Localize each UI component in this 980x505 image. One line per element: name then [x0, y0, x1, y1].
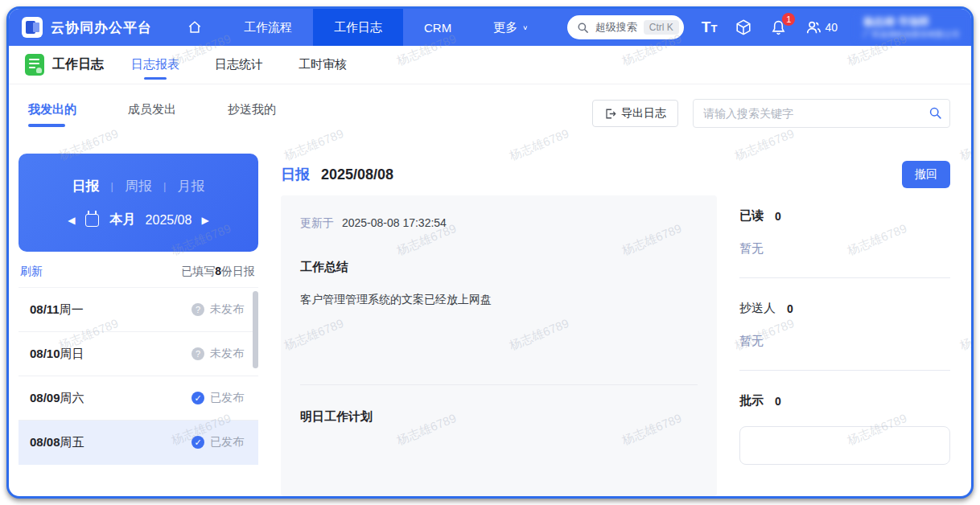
report-meta-pane: 已读 0 暂无 抄送人 0 暂无 — [739, 195, 950, 496]
tab-log-statistics[interactable]: 日志统计 — [215, 46, 263, 84]
updated-at: 更新于 2025-08-08 17:32:54 — [300, 216, 698, 231]
nav-crm[interactable]: CRM — [403, 9, 472, 46]
chevron-down-icon: ∨ — [522, 24, 528, 31]
type-weekly[interactable]: 周报 — [125, 177, 152, 195]
tab-worktime-audit[interactable]: 工时审核 — [299, 46, 347, 84]
published-check-icon: ✓ — [191, 436, 204, 449]
report-detail-header: 日报 2025/08/08 撤回 — [281, 154, 950, 195]
tab-sent-by-members[interactable]: 成员发出 — [128, 102, 176, 125]
recall-button[interactable]: 撤回 — [902, 161, 950, 188]
nav-more[interactable]: 更多 ∨ — [472, 9, 549, 46]
period-value[interactable]: 2025/08 — [146, 213, 192, 228]
home-icon — [187, 20, 202, 35]
filled-suffix: 份日报 — [221, 265, 255, 277]
primary-nav: 工作流程 工作日志 CRM 更多 ∨ — [167, 9, 550, 46]
topbar-right-tools: 超级搜索 Ctrl K TT 1 40 杨志雄·市场部 广东追洲科技股份有限公司 — [567, 9, 971, 46]
updated-time: 2025-08-08 17:32:54 — [342, 216, 447, 229]
calendar-icon — [85, 214, 99, 227]
divider — [300, 384, 698, 385]
section-content-summary: 客户管理管理系统的文案已经放上网盘 — [300, 293, 698, 307]
day-date: 08/09周六 — [30, 391, 84, 406]
members-button[interactable]: 40 — [805, 19, 838, 35]
comment-group: 批示 0 — [739, 393, 950, 465]
brand: 云协同办公平台 — [9, 9, 167, 46]
filled-count: 8 — [215, 265, 221, 277]
filled-prefix: 已填写 — [181, 265, 215, 277]
app-logo-icon — [22, 17, 43, 38]
online-count: 40 — [825, 21, 838, 34]
global-search[interactable]: 超级搜索 Ctrl K — [567, 15, 684, 39]
day-date: 08/10周日 — [30, 347, 84, 362]
type-monthly[interactable]: 月报 — [177, 177, 204, 195]
section-title-tomorrow-plan: 明日工作计划 — [300, 409, 698, 425]
user-company: 广东追洲科技股份有限公司 — [863, 29, 960, 39]
day-row-0808[interactable]: 08/08周五 ✓已发布 — [19, 421, 258, 465]
search-icon[interactable] — [929, 106, 942, 120]
day-status: ?未发布 — [191, 302, 244, 317]
nav-workflow[interactable]: 工作流程 — [223, 9, 313, 46]
period-selector: ◀ 本月 2025/08 ▶ — [68, 211, 208, 228]
notification-count-badge: 1 — [782, 13, 795, 26]
day-status: ✓已发布 — [191, 391, 244, 405]
divider — [739, 277, 950, 278]
nav-home[interactable] — [167, 9, 223, 46]
type-daily[interactable]: 日报 — [72, 177, 100, 195]
cc-empty-text: 暂无 — [739, 334, 950, 349]
report-detail-body: 更新于 2025-08-08 17:32:54 工作总结 客户管理管理系统的文案… — [281, 195, 950, 496]
app-cube-button[interactable] — [735, 18, 752, 36]
top-navigation-bar: 云协同办公平台 工作流程 工作日志 CRM 更多 ∨ 超级搜索 Ctrl K T… — [9, 9, 971, 46]
nav-more-label: 更多 — [493, 20, 517, 35]
day-row-0810[interactable]: 08/10周日 ?未发布 — [19, 332, 258, 376]
notifications-button[interactable]: 1 — [770, 19, 787, 36]
tab-sent-by-me[interactable]: 我发出的 — [28, 102, 76, 125]
cc-count: 0 — [787, 302, 793, 315]
prev-month-arrow[interactable]: ◀ — [68, 215, 75, 226]
period-label[interactable]: 本月 — [110, 211, 136, 228]
tab-cc-to-me[interactable]: 抄送我的 — [228, 102, 276, 125]
search-shortcut-badge: Ctrl K — [644, 20, 679, 35]
nav-worklog[interactable]: 工作日志 — [313, 9, 403, 46]
comment-input-box[interactable] — [739, 426, 950, 465]
app-title: 云协同办公平台 — [51, 18, 152, 37]
day-status: ?未发布 — [191, 347, 244, 361]
day-row-0811[interactable]: 08/11周一 ?未发布 — [19, 288, 258, 332]
cc-group: 抄送人 0 暂无 — [739, 301, 950, 349]
export-icon — [604, 108, 616, 120]
report-detail: 日报 2025/08/08 撤回 更新于 2025-08-08 17:32:54… — [258, 154, 971, 496]
read-group: 已读 0 暂无 — [739, 208, 950, 257]
read-empty-text: 暂无 — [739, 241, 950, 257]
report-type-label: 日报 — [281, 165, 310, 184]
updated-prefix: 更新于 — [300, 216, 334, 229]
section-title-summary: 工作总结 — [300, 260, 698, 275]
worklog-module-icon — [25, 54, 44, 76]
day-row-0809[interactable]: 08/09周六 ✓已发布 — [19, 376, 258, 421]
app-window: 云协同办公平台 工作流程 工作日志 CRM 更多 ∨ 超级搜索 Ctrl K T… — [6, 6, 974, 499]
keyword-search-input[interactable] — [693, 99, 950, 128]
global-search-placeholder: 超级搜索 — [595, 20, 637, 35]
comment-label: 批示 — [739, 393, 764, 409]
module-title-group: 工作日志 — [25, 54, 104, 76]
module-title: 工作日志 — [52, 56, 104, 73]
divider: | — [111, 180, 113, 192]
search-icon — [577, 22, 589, 34]
current-user-info[interactable]: 杨志雄·市场部 广东追洲科技股份有限公司 — [855, 14, 971, 41]
day-status: ✓已发布 — [191, 435, 244, 450]
day-date: 08/08周五 — [30, 435, 84, 450]
unpublished-icon: ? — [191, 347, 204, 360]
next-month-arrow[interactable]: ▶ — [201, 215, 208, 226]
refresh-link[interactable]: 刷新 — [20, 265, 43, 279]
filter-actions: 导出日志 — [592, 99, 950, 128]
day-list: 08/11周一 ?未发布 08/10周日 ?未发布 08/09周六 ✓已发布 0… — [19, 287, 258, 496]
export-log-button[interactable]: 导出日志 — [592, 100, 678, 127]
font-size-button[interactable]: TT — [702, 18, 718, 36]
content-area: 日报 | 周报 | 月报 ◀ 本月 2025/08 ▶ 刷新 已填写8份日报 — [9, 142, 971, 496]
read-count: 0 — [775, 210, 781, 223]
tab-log-report[interactable]: 日志报表 — [131, 46, 179, 84]
cube-icon — [735, 18, 752, 36]
module-bar: 工作日志 日志报表 日志统计 工时审核 — [9, 46, 971, 84]
list-scrollbar[interactable] — [253, 291, 258, 368]
refresh-row: 刷新 已填写8份日报 — [19, 252, 258, 287]
filter-row: 我发出的 成员发出 抄送我的 导出日志 — [9, 84, 971, 142]
report-type-switch: 日报 | 周报 | 月报 — [72, 177, 205, 195]
user-name: 杨志雄·市场部 — [863, 15, 960, 29]
